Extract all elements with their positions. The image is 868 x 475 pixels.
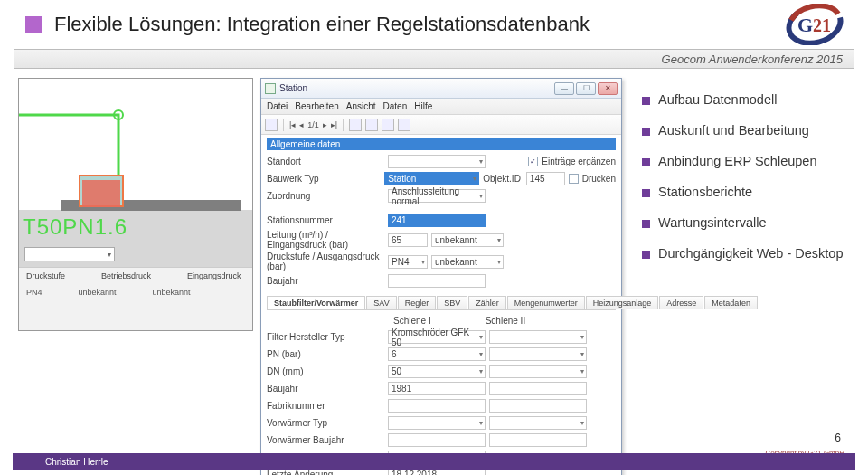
bullet-item: Anbindung ERP Schleupen — [658, 154, 816, 168]
fabrik-label: Fabriknummer — [267, 401, 384, 411]
svg-text:21: 21 — [813, 15, 831, 35]
window-app-icon — [265, 83, 276, 94]
section-header: Allgemeine daten — [267, 138, 616, 150]
menu-daten[interactable]: Daten — [383, 101, 408, 111]
menu-bearbeiten[interactable]: Bearbeiten — [295, 101, 338, 111]
filter-field[interactable]: Kromschröder GFK 50 — [388, 330, 486, 344]
schiene1-label: Schiene I — [393, 316, 431, 326]
map-label: T50PN1.6 — [23, 214, 127, 240]
toolbar: |◂ ◂ 1/1 ▸ ▸| — [261, 115, 621, 135]
author-name: Christian Herrle — [45, 457, 108, 467]
d-baujahr-label: Baujahr — [267, 384, 384, 394]
bullet-icon — [642, 97, 650, 105]
g21-logo: G 21 — [783, 4, 846, 47]
map-dropdown[interactable]: ▾ — [24, 247, 115, 261]
tab-staubfilter[interactable]: Staubfilter/Vorwärmer — [267, 296, 365, 309]
map-col2-val: unbekannt — [79, 288, 117, 297]
window-maximize-icon[interactable]: ☐ — [576, 82, 596, 95]
subtitle-text: Geocom Anwenderkonferenz 2015 — [662, 52, 843, 66]
pn-label: PN (bar) — [267, 349, 384, 359]
dn-field[interactable]: 50 — [388, 365, 486, 378]
dn-field-2[interactable] — [489, 365, 587, 378]
window-title: Station — [279, 83, 307, 93]
print-label[interactable]: Drucken — [582, 174, 616, 184]
map-col3-hdr: Eingangsdruck — [187, 271, 241, 280]
standort-field[interactable] — [388, 155, 486, 168]
toolbar-icon-3[interactable] — [365, 119, 378, 131]
bullet-item: Aufbau Datenmodell — [658, 92, 777, 107]
bullet-item: Auskunft und Bearbeitung — [658, 123, 809, 138]
tab-mengenumwerter[interactable]: Mengenumwerter — [507, 296, 585, 309]
objektid-field[interactable]: 145 — [526, 172, 565, 185]
druckstufe-field[interactable]: PN4 — [388, 255, 428, 269]
d-baujahr-field[interactable]: 1981 — [388, 382, 486, 395]
vorw-typ-label: Vorwärmer Typ — [267, 418, 384, 428]
baujahr-field[interactable] — [388, 274, 486, 288]
footer-bar — [13, 453, 855, 470]
toolbar-icon-5[interactable] — [398, 119, 410, 131]
pn-field[interactable]: 6 — [388, 347, 486, 361]
tab-regler[interactable]: Regler — [398, 296, 437, 309]
stationsnr-label: Stationsnummer — [267, 215, 384, 225]
druckstufe-note-field[interactable]: unbekannt — [431, 255, 504, 269]
map-preview: T50PN1.6 ▾ Druckstufe Betriebsdruck Eing… — [18, 78, 253, 331]
leitung-label: Leitung (m³/h) / Eingangsdruck (bar) — [267, 230, 384, 250]
tab-sbv[interactable]: SBV — [437, 296, 467, 309]
toolbar-icon-2[interactable] — [349, 119, 362, 131]
vorw-typ-field[interactable] — [388, 416, 486, 430]
leitung-field[interactable]: 65 — [388, 233, 428, 247]
menu-hilfe[interactable]: Hilfe — [414, 101, 432, 111]
svg-text:G: G — [797, 14, 813, 36]
feature-list: Aufbau Datenmodell Auskunft und Bearbeit… — [629, 78, 850, 430]
druckstufe-label: Druckstufe / Ausgangsdruck (bar) — [267, 252, 384, 271]
bullet-item: Wartungsintervalle — [658, 215, 767, 230]
objektid-label: Objekt.ID — [483, 174, 523, 184]
picker-icon[interactable] — [489, 214, 502, 227]
fabrik-field[interactable] — [388, 399, 486, 413]
toolbar-icon[interactable] — [265, 119, 278, 131]
dn-label: DN (mm) — [267, 366, 384, 376]
stationsnr-field[interactable]: 241 — [388, 214, 486, 227]
menubar: Datei Bearbeiten Ansicht Daten Hilfe — [261, 99, 621, 115]
menu-ansicht[interactable]: Ansicht — [346, 101, 376, 111]
map-col1-hdr: Druckstufe — [26, 271, 65, 280]
nav-position: 1/1 — [307, 120, 319, 129]
window-close-icon[interactable]: ✕ — [598, 82, 618, 95]
bullet-icon — [642, 220, 650, 228]
nav-first-icon[interactable]: |◂ — [289, 120, 296, 129]
menu-datei[interactable]: Datei — [267, 101, 288, 111]
bullet-icon — [642, 189, 650, 197]
map-info-panel: Druckstufe Betriebsdruck Eingangsdruck P… — [19, 267, 252, 330]
vorw-typ-field-2[interactable] — [489, 416, 587, 430]
nav-next-icon[interactable]: ▸ — [323, 120, 327, 129]
page-number: 6 — [835, 432, 841, 444]
nav-prev-icon[interactable]: ◂ — [299, 120, 304, 129]
zuordnung-label: Zuordnung — [267, 191, 384, 201]
pn-field-2[interactable] — [489, 347, 587, 361]
station-window: Station — ☐ ✕ Datei Bearbeiten Ansicht D… — [260, 78, 622, 475]
leitung-note-field[interactable]: unbekannt — [431, 233, 504, 247]
tab-sav[interactable]: SAV — [366, 296, 396, 309]
bullet-item: Stationsberichte — [658, 185, 752, 199]
map-col2-hdr: Betriebsdruck — [101, 271, 151, 280]
entries-checkbox[interactable]: ✓ — [528, 157, 538, 166]
bullet-icon — [642, 128, 650, 136]
tab-zaehler[interactable]: Zähler — [468, 296, 506, 309]
print-checkbox[interactable] — [569, 174, 579, 184]
toolbar-icon-4[interactable] — [382, 119, 394, 131]
standort-label: Standort — [267, 157, 384, 166]
bauwerktyp-field[interactable]: Station — [384, 172, 479, 185]
window-minimize-icon[interactable]: — — [554, 82, 574, 95]
nav-last-icon[interactable]: ▸| — [331, 120, 337, 129]
bullet-icon — [642, 251, 650, 259]
entries-label[interactable]: Einträge ergänzen — [542, 157, 616, 166]
baujahr-label: Baujahr — [267, 276, 384, 286]
window-titlebar[interactable]: Station — ☐ ✕ — [261, 79, 621, 99]
slide-title: Flexible Lösungen: Integration einer Reg… — [54, 13, 590, 36]
map-col1-val: PN4 — [26, 288, 42, 297]
map-col3-val: unbekannt — [153, 288, 191, 297]
fabrik-field-2[interactable] — [489, 399, 587, 413]
zuordnung-field[interactable]: Anschlussleitung normal — [388, 189, 486, 203]
d-baujahr-field-2[interactable] — [489, 382, 587, 395]
filter-field-2[interactable] — [489, 330, 587, 344]
